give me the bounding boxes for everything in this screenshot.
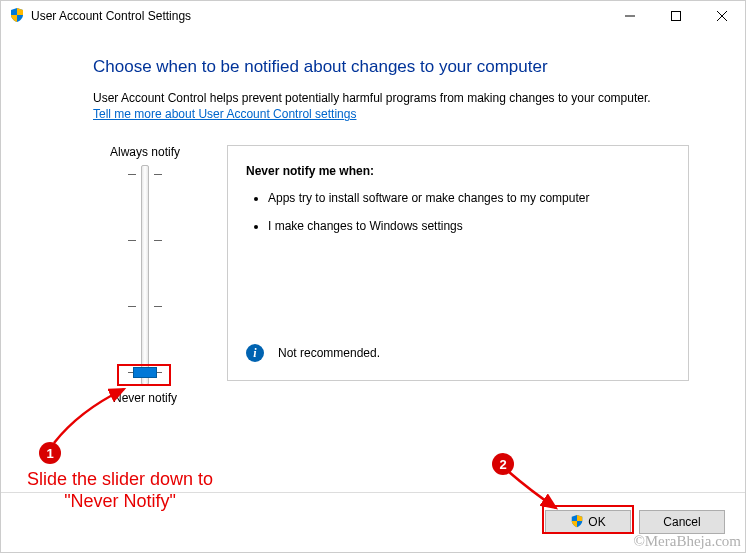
notify-panel: Never notify me when: Apps try to instal… bbox=[227, 145, 689, 381]
notify-item: I make changes to Windows settings bbox=[268, 218, 672, 234]
page-heading: Choose when to be notified about changes… bbox=[93, 57, 689, 77]
annotation-text-1: Slide the slider down to "Never Notify" bbox=[27, 469, 213, 512]
titlebar: User Account Control Settings bbox=[1, 1, 745, 31]
slider-label-never: Never notify bbox=[93, 391, 197, 405]
recommendation-text: Not recommended. bbox=[278, 346, 380, 360]
content-area: Choose when to be notified about changes… bbox=[1, 31, 745, 405]
slider-label-always: Always notify bbox=[93, 145, 197, 159]
annotation-circle-2: 2 bbox=[492, 453, 514, 475]
window-title: User Account Control Settings bbox=[31, 9, 607, 23]
close-button[interactable] bbox=[699, 1, 745, 31]
annotation-text-line: Slide the slider down to bbox=[27, 469, 213, 491]
uac-slider[interactable] bbox=[93, 165, 197, 385]
cancel-button[interactable]: Cancel bbox=[639, 510, 725, 534]
annotation-text-line: "Never Notify" bbox=[27, 491, 213, 513]
notify-list: Apps try to install software or make cha… bbox=[246, 190, 672, 234]
notify-item: Apps try to install software or make cha… bbox=[268, 190, 672, 206]
cancel-button-label: Cancel bbox=[663, 515, 700, 529]
annotation-box-slider bbox=[117, 364, 171, 386]
page-description: User Account Control helps prevent poten… bbox=[93, 91, 689, 105]
annotation-box-ok bbox=[542, 505, 634, 534]
watermark: ©MeraBheja.com bbox=[633, 533, 741, 550]
info-icon: i bbox=[246, 344, 264, 362]
notify-panel-title: Never notify me when: bbox=[246, 164, 672, 178]
recommendation: i Not recommended. bbox=[246, 344, 380, 362]
minimize-button[interactable] bbox=[607, 1, 653, 31]
svg-rect-1 bbox=[672, 12, 681, 21]
learn-more-link[interactable]: Tell me more about User Account Control … bbox=[93, 107, 356, 121]
annotation-circle-1: 1 bbox=[39, 442, 61, 464]
shield-icon bbox=[9, 7, 25, 26]
maximize-button[interactable] bbox=[653, 1, 699, 31]
